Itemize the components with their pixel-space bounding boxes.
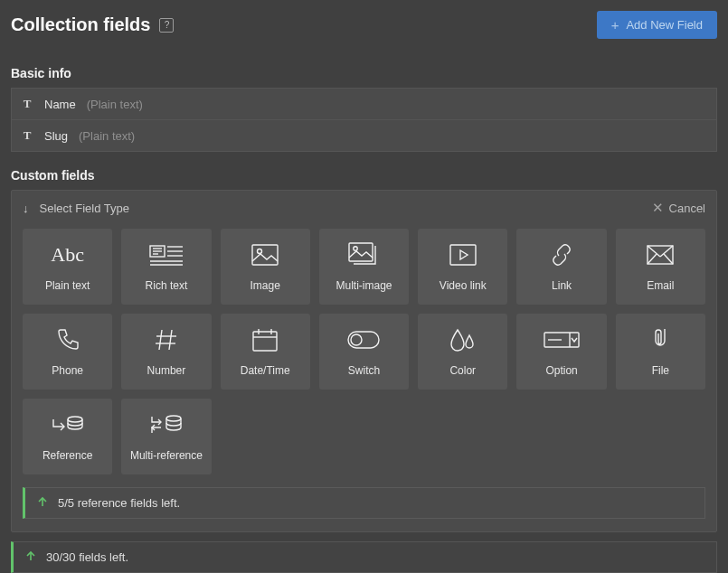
type-label: Reference: [43, 449, 92, 462]
type-color[interactable]: Color: [418, 314, 507, 390]
type-label: Link: [552, 279, 572, 292]
reference-fields-status: 5/5 reference fields left.: [23, 487, 705, 519]
svg-rect-24: [253, 332, 277, 351]
cancel-label: Cancel: [669, 202, 705, 215]
up-arrow-icon: [36, 495, 49, 511]
field-row-name[interactable]: T Name (Plain text): [11, 88, 717, 120]
type-image[interactable]: Image: [221, 229, 310, 305]
type-multi-image[interactable]: Multi-image: [319, 229, 409, 305]
page-title: Collection fields: [11, 14, 150, 35]
multi-reference-icon: [150, 411, 183, 438]
video-link-icon: [449, 241, 477, 268]
reference-icon: [52, 411, 84, 438]
type-label: Plain text: [45, 279, 90, 292]
field-type: (Plain text): [87, 98, 143, 111]
type-label: Option: [545, 364, 577, 377]
email-icon: [647, 241, 674, 268]
svg-rect-28: [348, 332, 379, 348]
field-type-panel: ↓ Select Field Type ✕ Cancel Abc Plain t…: [11, 190, 717, 532]
type-label: Switch: [348, 364, 380, 377]
type-switch[interactable]: Switch: [319, 314, 409, 390]
reference-status-text: 5/5 reference fields left.: [58, 496, 180, 510]
type-phone[interactable]: Phone: [23, 314, 112, 390]
add-new-field-label: Add New Field: [626, 18, 703, 32]
type-plain-text[interactable]: Abc Plain text: [23, 229, 112, 305]
type-label: Color: [449, 364, 476, 377]
text-icon: T: [21, 128, 33, 143]
svg-point-34: [166, 416, 181, 421]
type-reference[interactable]: Reference: [23, 399, 112, 474]
total-status-text: 30/30 fields left.: [46, 550, 128, 564]
type-rich-text[interactable]: Rich text: [121, 229, 211, 305]
svg-point-29: [351, 334, 362, 345]
down-arrow-icon: ↓: [23, 202, 29, 215]
calendar-icon: [252, 326, 278, 353]
plus-icon: +: [611, 18, 619, 32]
svg-line-16: [648, 246, 660, 257]
plain-text-icon: Abc: [51, 241, 84, 268]
type-file[interactable]: File: [616, 314, 705, 390]
svg-point-10: [258, 249, 262, 254]
svg-line-19: [664, 254, 673, 264]
help-icon[interactable]: ?: [159, 18, 174, 33]
total-fields-status: 30/30 fields left.: [11, 541, 717, 573]
color-icon: [449, 326, 477, 353]
svg-point-12: [354, 247, 357, 250]
field-name: Slug: [44, 129, 68, 143]
field-name: Name: [44, 98, 76, 111]
custom-fields-label: Custom fields: [11, 168, 717, 183]
type-link[interactable]: Link: [516, 229, 606, 305]
add-new-field-button[interactable]: + Add New Field: [597, 11, 717, 39]
text-icon: T: [21, 97, 33, 111]
close-icon: ✕: [652, 200, 664, 216]
svg-line-20: [159, 330, 162, 350]
image-icon: [251, 241, 279, 268]
svg-rect-9: [252, 245, 278, 265]
type-label: Date/Time: [241, 364, 290, 377]
type-label: Phone: [52, 364, 83, 377]
panel-title: Select Field Type: [40, 202, 129, 215]
type-label: Rich text: [146, 279, 188, 292]
svg-line-21: [169, 330, 172, 350]
type-label: File: [652, 364, 669, 377]
svg-line-17: [660, 246, 673, 257]
svg-line-18: [648, 254, 657, 264]
file-icon: [650, 326, 670, 353]
field-type-grid: Abc Plain text Rich text Image Multi: [12, 221, 716, 474]
svg-marker-14: [460, 250, 468, 259]
link-icon: [549, 241, 574, 268]
type-email[interactable]: Email: [616, 229, 705, 305]
type-label: Video link: [440, 279, 487, 292]
multi-image-icon: [348, 241, 379, 268]
type-label: Number: [147, 364, 186, 377]
cancel-button[interactable]: ✕ Cancel: [652, 200, 705, 216]
field-row-slug[interactable]: T Slug (Plain text): [11, 120, 717, 152]
option-icon: [544, 326, 580, 353]
type-multi-reference[interactable]: Multi-reference: [121, 399, 211, 474]
svg-rect-11: [349, 243, 373, 261]
type-label: Email: [647, 279, 674, 292]
type-number[interactable]: Number: [121, 314, 211, 390]
switch-icon: [347, 326, 380, 353]
type-datetime[interactable]: Date/Time: [221, 314, 310, 390]
up-arrow-icon: [24, 550, 37, 565]
type-label: Image: [251, 279, 280, 292]
rich-text-icon: [149, 241, 184, 268]
type-option[interactable]: Option: [516, 314, 606, 390]
svg-point-33: [68, 417, 82, 422]
svg-rect-13: [450, 245, 476, 265]
type-label: Multi-reference: [130, 449, 203, 462]
type-video-link[interactable]: Video link: [418, 229, 507, 305]
type-label: Multi-image: [336, 279, 392, 292]
phone-icon: [56, 326, 80, 353]
basic-info-label: Basic info: [11, 66, 717, 80]
number-icon: [155, 326, 178, 353]
field-type: (Plain text): [79, 129, 135, 143]
